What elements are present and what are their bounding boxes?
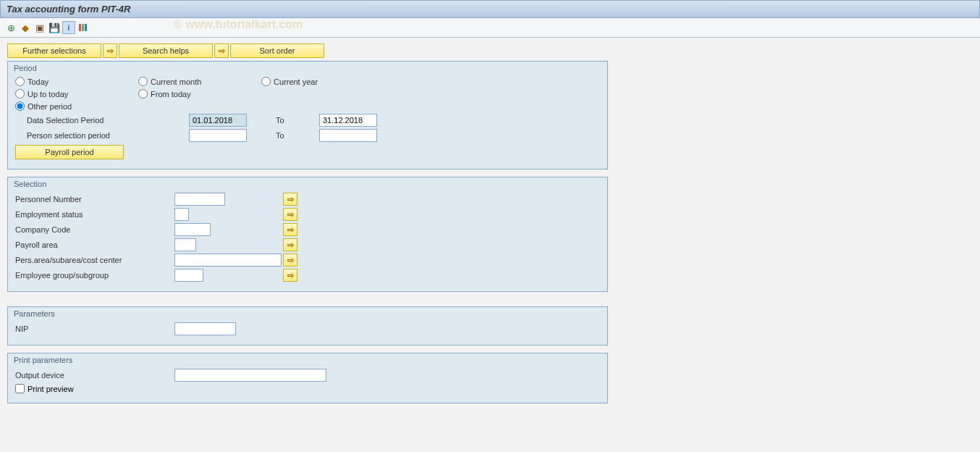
company-code-label: Company Code [15,225,174,234]
further-selections-button[interactable]: Further selections [7,43,101,58]
radio-other-period-label: Other period [28,102,72,111]
radio-current-month[interactable]: Current month [138,77,261,86]
personnel-number-label: Personnel Number [15,195,174,204]
employee-group-input[interactable] [174,269,203,282]
person-selection-period-label: Person selection period [27,131,189,140]
top-button-row: Further selections ⇨ Search helps ⇨ Sort… [7,43,973,58]
arrow-icon[interactable]: ⇨ [214,43,229,58]
sort-order-button[interactable]: Sort order [230,43,324,58]
radio-up-to-today[interactable]: Up to today [15,89,138,99]
multiple-selection-icon[interactable]: ⇨ [283,238,297,251]
period-panel: Period Today Current month Current year … [7,61,608,170]
radio-current-year-label: Current year [274,78,318,86]
watermark: © www.tutorialkart.com [174,18,303,31]
parameters-panel-title: Parameters [8,307,607,318]
data-selection-period-label: Data Selection Period [27,116,189,125]
radio-from-today-label: From today [151,90,191,99]
selection-panel-title: Selection [8,177,607,188]
content-area: Further selections ⇨ Search helps ⇨ Sort… [0,38,980,418]
layout-icon[interactable] [77,21,90,34]
variant-icon[interactable]: ◆ [19,21,32,34]
save-icon[interactable]: 💾 [48,21,61,34]
parameters-panel: Parameters NIP [7,306,608,346]
multiple-selection-icon[interactable]: ⇨ [283,223,297,236]
employment-status-input[interactable] [174,208,189,221]
person-selection-to-input[interactable] [319,129,377,142]
window-title: Tax accounting form PIT-4R [0,0,980,18]
period-panel-title: Period [8,62,607,72]
data-selection-to-input[interactable] [319,114,377,127]
radio-other-period[interactable]: Other period [15,101,72,111]
print-parameters-panel: Print parameters Output device Print pre… [7,353,608,403]
payroll-area-input[interactable] [174,238,196,251]
arrow-icon[interactable]: ⇨ [103,43,117,58]
radio-from-today[interactable]: From today [138,89,261,99]
output-device-input[interactable] [174,369,326,382]
multiple-selection-icon[interactable]: ⇨ [283,254,297,267]
multiple-selection-icon[interactable]: ⇨ [283,269,297,282]
payroll-area-label: Payroll area [15,240,174,249]
company-code-input[interactable] [174,223,211,236]
personnel-number-input[interactable] [174,193,225,206]
print-preview-label: Print preview [28,385,74,393]
variant-get-icon[interactable]: ▣ [33,21,46,34]
nip-input[interactable] [174,322,236,335]
employee-group-label: Employee group/subgroup [15,271,174,280]
payroll-period-button[interactable]: Payroll period [15,145,124,159]
employment-status-label: Employment status [15,210,174,219]
svg-rect-2 [85,24,87,31]
toolbar: ⊕ ◆ ▣ 💾 i © www.tutorialkart.com [0,18,980,38]
radio-current-month-label: Current month [151,78,201,86]
info-icon[interactable]: i [62,21,75,34]
output-device-label: Output device [15,371,174,380]
radio-today[interactable]: Today [15,77,138,86]
print-preview-checkbox[interactable]: Print preview [15,384,74,393]
to-label: To [276,116,319,125]
pers-area-label: Pers.area/subarea/cost center [15,256,174,264]
radio-up-to-today-label: Up to today [28,90,68,99]
search-helps-button[interactable]: Search helps [119,43,213,58]
selection-panel: Selection Personnel Number ⇨ Employment … [7,177,608,292]
person-selection-from-input[interactable] [189,129,247,142]
nip-label: NIP [15,325,174,333]
radio-today-label: Today [28,78,48,86]
radio-current-year[interactable]: Current year [261,77,384,86]
to-label: To [276,131,319,140]
multiple-selection-icon[interactable]: ⇨ [283,193,297,206]
svg-rect-1 [82,24,84,31]
execute-icon[interactable]: ⊕ [4,21,17,34]
data-selection-from-input[interactable] [189,114,247,127]
pers-area-input[interactable] [174,254,282,267]
multiple-selection-icon[interactable]: ⇨ [283,208,297,221]
svg-rect-0 [79,24,81,31]
print-parameters-panel-title: Print parameters [8,353,607,364]
